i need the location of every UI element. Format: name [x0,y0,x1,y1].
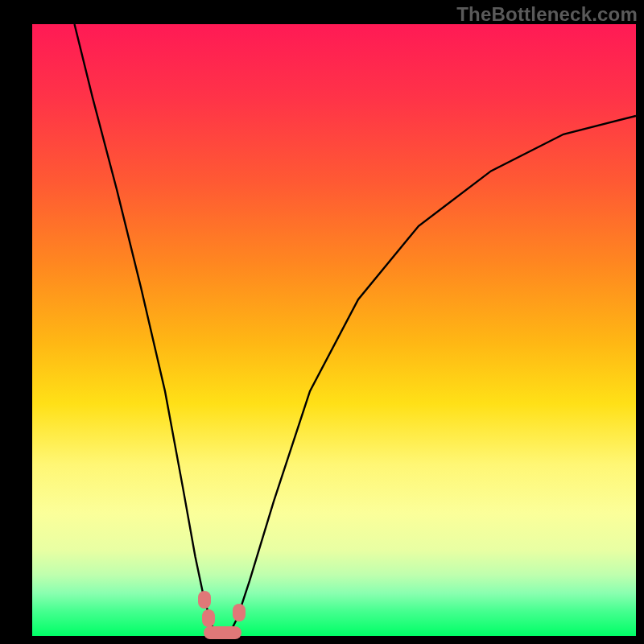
chart-frame: TheBottleneck.com [0,0,644,644]
plot-area [32,24,636,636]
watermark-text: TheBottleneck.com [456,3,638,26]
marker-left-dot-mid [202,609,215,627]
marker-right-dot-top [233,604,246,621]
marker-bottom-bar [204,626,242,639]
bottleneck-curve [32,24,636,636]
marker-left-dot-top [198,591,211,609]
